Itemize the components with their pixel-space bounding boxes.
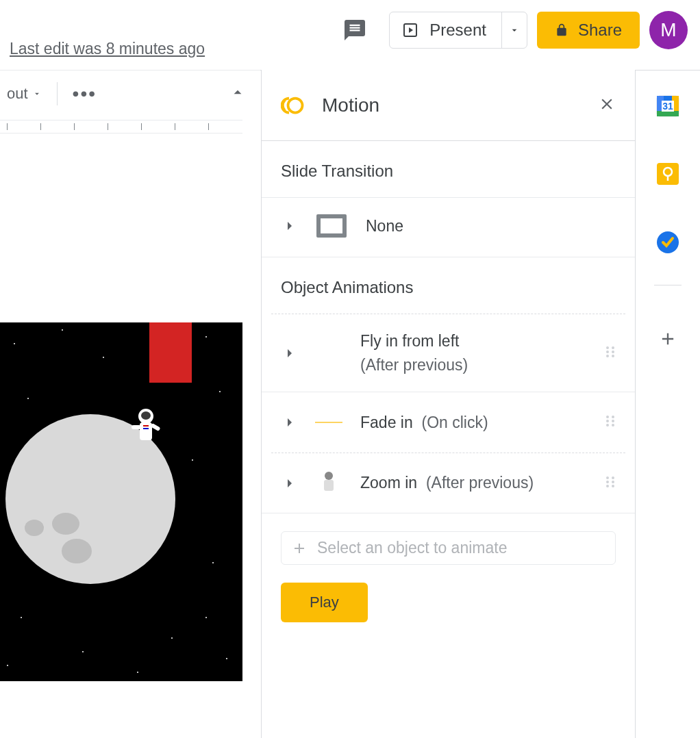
motion-panel: Motion Slide Transition None Object Anim… xyxy=(261,70,636,738)
animation-name: Fly in from left xyxy=(360,332,459,350)
present-label: Present xyxy=(429,21,486,40)
chevron-right-icon xyxy=(281,218,297,234)
play-button[interactable]: Play xyxy=(281,583,368,622)
animation-row[interactable]: Zoom in (After previous) xyxy=(262,453,635,513)
avatar-letter: M xyxy=(660,19,676,41)
animation-thumbnail xyxy=(314,473,344,494)
slide-canvas[interactable] xyxy=(0,322,242,681)
svg-point-17 xyxy=(612,481,614,483)
chevron-up-icon xyxy=(229,84,247,101)
drag-icon xyxy=(605,413,616,429)
drag-icon xyxy=(605,474,616,490)
drag-handle[interactable] xyxy=(605,344,616,363)
transition-section-header: Slide Transition xyxy=(262,141,635,197)
close-icon xyxy=(598,95,616,113)
present-dropdown[interactable] xyxy=(501,12,527,48)
moon-crater xyxy=(25,520,44,536)
comments-button[interactable] xyxy=(342,18,367,42)
svg-text:31: 31 xyxy=(662,101,673,112)
animation-row[interactable]: Fly in from left (After previous) xyxy=(262,314,635,392)
share-label: Share xyxy=(578,21,622,40)
svg-point-6 xyxy=(606,355,609,357)
toolbar-separator xyxy=(57,82,58,105)
drag-icon xyxy=(605,344,616,360)
avatar[interactable]: M xyxy=(649,11,688,49)
chevron-right-icon xyxy=(281,475,297,492)
keep-button[interactable] xyxy=(655,162,680,186)
last-edit-link[interactable]: Last edit was 8 minutes ago xyxy=(10,40,205,58)
animations-section-header: Object Animations xyxy=(262,257,635,314)
svg-point-16 xyxy=(606,481,609,483)
motion-icon xyxy=(281,93,305,118)
animation-thumbnail xyxy=(314,343,344,364)
svg-point-10 xyxy=(606,420,609,422)
motion-header: Motion xyxy=(262,70,635,141)
animation-thumbnail xyxy=(314,412,344,433)
svg-point-18 xyxy=(606,485,609,487)
plus-icon xyxy=(658,329,677,348)
svg-point-15 xyxy=(612,476,614,479)
keep-icon xyxy=(655,162,680,186)
astronaut-object[interactable] xyxy=(134,409,159,448)
svg-point-9 xyxy=(612,416,614,418)
svg-point-8 xyxy=(606,416,609,418)
svg-point-3 xyxy=(612,346,614,349)
svg-point-5 xyxy=(612,351,614,353)
drag-handle[interactable] xyxy=(605,413,616,432)
svg-point-2 xyxy=(606,346,609,349)
toolbar: out ••• xyxy=(0,70,260,116)
close-button[interactable] xyxy=(598,95,616,116)
add-animation-placeholder: Select an object to animate xyxy=(317,539,507,557)
present-icon xyxy=(402,22,418,38)
ruler xyxy=(0,120,242,133)
chevron-right-icon xyxy=(281,345,297,361)
chevron-down-icon xyxy=(32,89,42,99)
side-panel: 31 xyxy=(636,70,700,738)
svg-rect-24 xyxy=(657,111,679,116)
animation-name: Fade in xyxy=(360,413,413,431)
svg-point-19 xyxy=(612,485,614,487)
plus-icon xyxy=(291,540,308,557)
animation-text: Fade in (On click) xyxy=(360,411,588,435)
transition-row[interactable]: None xyxy=(262,197,635,257)
calendar-icon: 31 xyxy=(655,93,680,118)
animation-name: Zoom in xyxy=(360,474,417,492)
chevron-down-icon xyxy=(509,25,520,36)
add-addon-button[interactable] xyxy=(658,329,677,353)
animation-trigger: (On click) xyxy=(422,413,488,431)
svg-point-12 xyxy=(606,424,609,427)
svg-point-7 xyxy=(612,355,614,357)
lock-icon xyxy=(555,23,568,37)
collapse-toolbar[interactable] xyxy=(229,84,247,104)
svg-point-4 xyxy=(606,351,609,353)
svg-point-14 xyxy=(606,476,609,479)
animation-text: Fly in from left (After previous) xyxy=(360,329,588,377)
transition-value: None xyxy=(366,217,403,236)
tasks-button[interactable] xyxy=(655,230,680,255)
layout-menu[interactable]: out xyxy=(0,85,49,103)
side-separator xyxy=(654,285,682,285)
calendar-button[interactable]: 31 xyxy=(655,93,680,118)
share-button[interactable]: Share xyxy=(537,12,640,49)
toolbar-more[interactable]: ••• xyxy=(66,83,103,105)
play-label: Play xyxy=(310,594,339,611)
animation-trigger: (After previous) xyxy=(360,356,468,374)
motion-title: Motion xyxy=(322,94,582,116)
red-object[interactable] xyxy=(149,322,192,383)
add-animation-button: Select an object to animate xyxy=(281,531,616,565)
animation-text: Zoom in (After previous) xyxy=(360,471,588,495)
layout-label: out xyxy=(7,85,28,103)
moon-crater xyxy=(52,513,79,535)
moon-crater xyxy=(62,539,92,563)
animation-row[interactable]: Fade in (On click) xyxy=(262,392,635,453)
tasks-icon xyxy=(655,230,680,255)
svg-point-11 xyxy=(612,420,614,422)
svg-point-1 xyxy=(288,98,303,112)
slide-thumbnail-icon xyxy=(316,214,347,238)
svg-point-13 xyxy=(612,424,614,427)
present-button[interactable]: Present xyxy=(390,12,501,48)
svg-rect-27 xyxy=(657,163,679,185)
animation-trigger: (After previous) xyxy=(426,474,534,492)
drag-handle[interactable] xyxy=(605,474,616,493)
chevron-right-icon xyxy=(281,414,297,431)
